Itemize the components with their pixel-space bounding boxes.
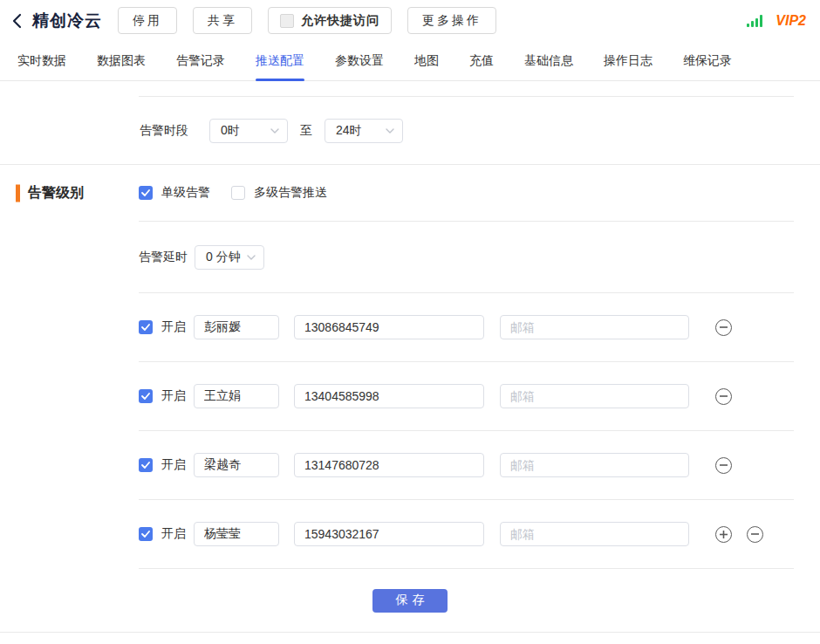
back-button[interactable] bbox=[12, 13, 26, 29]
multi-level-alarm-checkbox[interactable] bbox=[231, 186, 245, 200]
remove-contact-button[interactable] bbox=[715, 319, 732, 336]
chevron-down-icon bbox=[247, 255, 256, 260]
contact-enable-checkbox[interactable] bbox=[139, 527, 153, 541]
plus-icon bbox=[720, 531, 728, 538]
check-icon bbox=[141, 462, 150, 469]
contact-name-input[interactable] bbox=[194, 384, 279, 408]
contact-email-input[interactable] bbox=[500, 453, 689, 477]
quick-access-button[interactable]: 允许快捷访问 bbox=[268, 7, 392, 34]
alarm-period-row: 告警时段 0时 至 24时 bbox=[0, 97, 820, 164]
check-icon bbox=[141, 531, 150, 538]
contact-row-actions bbox=[715, 388, 732, 405]
contact-enable-checkbox[interactable] bbox=[139, 389, 153, 403]
alarm-period-from-select[interactable]: 0时 bbox=[209, 119, 288, 143]
page-title: 精创冷云 bbox=[32, 10, 102, 32]
remove-contact-button[interactable] bbox=[747, 526, 763, 543]
chevron-down-icon bbox=[386, 128, 394, 134]
single-level-alarm-checkbox[interactable] bbox=[139, 186, 153, 200]
tab-basic-info[interactable]: 基础信息 bbox=[524, 41, 573, 80]
tab-data-charts[interactable]: 数据图表 bbox=[97, 41, 146, 80]
single-level-alarm-label: 单级告警 bbox=[161, 185, 210, 201]
save-button[interactable]: 保存 bbox=[372, 589, 448, 613]
contact-row: 开启 bbox=[0, 362, 820, 430]
contact-phone-input[interactable] bbox=[294, 522, 484, 546]
contact-rows: 开启开启开启开启 bbox=[0, 293, 820, 569]
contact-phone-input[interactable] bbox=[294, 384, 484, 408]
contact-row-actions bbox=[715, 526, 763, 543]
alarm-delay-label: 告警延时 bbox=[139, 250, 188, 265]
save-row: 保存 bbox=[0, 569, 820, 632]
minus-icon bbox=[720, 326, 728, 328]
contact-email-input[interactable] bbox=[500, 315, 689, 339]
tab-operation-log[interactable]: 操作日志 bbox=[604, 41, 653, 80]
contact-name-input[interactable] bbox=[194, 453, 279, 477]
contact-enable-checkbox[interactable] bbox=[139, 458, 153, 472]
alarm-delay-value: 0 分钟 bbox=[206, 250, 241, 265]
remove-contact-button[interactable] bbox=[715, 457, 732, 474]
contact-enable-label: 开启 bbox=[161, 526, 186, 542]
alarm-level-section-title: 告警级别 bbox=[28, 184, 84, 202]
check-icon bbox=[141, 324, 150, 331]
alarm-level-section-head: 告警级别 bbox=[16, 184, 84, 202]
remove-contact-button[interactable] bbox=[715, 388, 732, 405]
contact-enable-label: 开启 bbox=[161, 457, 186, 473]
tab-maintenance-records[interactable]: 维保记录 bbox=[683, 41, 732, 80]
alarm-period-to-label: 至 bbox=[300, 123, 312, 139]
minus-icon bbox=[720, 395, 728, 397]
quick-access-label: 允许快捷访问 bbox=[301, 13, 379, 29]
alarm-period-to-select[interactable]: 24时 bbox=[325, 119, 403, 143]
alarm-period-label: 告警时段 bbox=[140, 123, 188, 139]
contact-row-actions bbox=[715, 457, 732, 474]
divider bbox=[0, 632, 820, 633]
contact-name-input[interactable] bbox=[194, 315, 279, 339]
section-marker-bar bbox=[16, 184, 20, 202]
header: 精创冷云 停用 共享 允许快捷访问 更多操作 VIP2 bbox=[0, 0, 820, 41]
tab-push-config[interactable]: 推送配置 bbox=[256, 41, 304, 80]
tab-realtime-data[interactable]: 实时数据 bbox=[17, 41, 66, 80]
minus-icon bbox=[720, 464, 728, 466]
contact-enable-label: 开启 bbox=[161, 388, 186, 404]
alarm-period-to-value: 24时 bbox=[336, 123, 362, 139]
contact-enable-label: 开启 bbox=[161, 319, 186, 335]
content-top-gap bbox=[0, 81, 820, 96]
check-icon bbox=[141, 189, 150, 196]
tab-param-settings[interactable]: 参数设置 bbox=[335, 41, 384, 80]
contact-phone-input[interactable] bbox=[294, 315, 484, 339]
contact-email-input[interactable] bbox=[500, 522, 689, 546]
more-actions-button[interactable]: 更多操作 bbox=[407, 7, 496, 34]
chevron-down-icon bbox=[270, 128, 279, 134]
tab-bar: 实时数据数据图表告警记录推送配置参数设置地图充值基础信息操作日志维保记录 bbox=[0, 41, 820, 81]
contact-email-input[interactable] bbox=[500, 384, 689, 408]
alarm-delay-row: 告警延时 0 分钟 bbox=[0, 222, 820, 292]
vip-badge: VIP2 bbox=[776, 13, 806, 29]
check-icon bbox=[141, 393, 150, 400]
alarm-delay-select[interactable]: 0 分钟 bbox=[195, 245, 264, 270]
contact-row: 开启 bbox=[0, 293, 820, 361]
alarm-period-from-value: 0时 bbox=[221, 123, 240, 139]
alarm-level-row: 告警级别 单级告警 多级告警推送 bbox=[0, 165, 820, 221]
stop-button[interactable]: 停用 bbox=[118, 7, 177, 34]
contact-enable-checkbox[interactable] bbox=[139, 320, 153, 334]
tab-alarm-records[interactable]: 告警记录 bbox=[176, 41, 225, 80]
tab-recharge[interactable]: 充值 bbox=[469, 41, 494, 80]
signal-bars-icon bbox=[747, 14, 762, 27]
tab-map[interactable]: 地图 bbox=[414, 41, 439, 80]
share-button[interactable]: 共享 bbox=[193, 7, 252, 34]
contact-row: 开启 bbox=[0, 500, 820, 568]
add-contact-button[interactable] bbox=[715, 526, 732, 543]
contact-row: 开启 bbox=[0, 431, 820, 499]
contact-row-actions bbox=[715, 319, 732, 336]
push-config-page: 精创冷云 停用 共享 允许快捷访问 更多操作 VIP2 实时数据数据图表告警记录… bbox=[0, 0, 820, 644]
multi-level-alarm-label: 多级告警推送 bbox=[254, 185, 327, 201]
chevron-left-icon bbox=[12, 13, 22, 29]
minus-icon bbox=[751, 533, 759, 535]
contact-name-input[interactable] bbox=[194, 522, 279, 546]
quick-access-checkbox[interactable] bbox=[280, 14, 294, 28]
contact-phone-input[interactable] bbox=[294, 453, 484, 477]
